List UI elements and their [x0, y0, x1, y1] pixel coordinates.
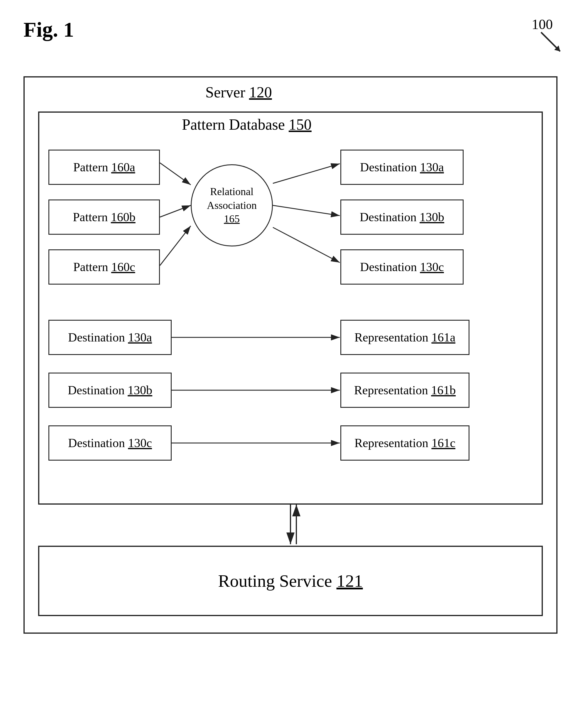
pattern-box-a: Pattern 160a [48, 150, 160, 185]
destination-box-a-top: Destination 130a [340, 150, 464, 185]
destination-box-c-top: Destination 130c [340, 249, 464, 284]
destination-box-c-bot: Destination 130c [48, 425, 172, 461]
pattern-db-label: Pattern Database 150 [182, 116, 312, 133]
destination-box-b-top: Destination 130b [340, 199, 464, 235]
relational-association-circle: Relational Association 165 [191, 164, 273, 247]
routing-service-box: Routing Service 121 [38, 546, 543, 616]
pattern-box-c: Pattern 160c [48, 249, 160, 284]
destination-box-b-bot: Destination 130b [48, 373, 172, 408]
server-label: Server 120 [205, 84, 272, 101]
representation-box-a: Representation 161a [340, 320, 469, 355]
destination-box-a-bot: Destination 130a [48, 320, 172, 355]
pattern-box-b: Pattern 160b [48, 199, 160, 235]
fig-title: Fig. 1 [23, 18, 74, 42]
representation-box-c: Representation 161c [340, 425, 469, 461]
ref-arrow-icon [538, 29, 565, 56]
representation-box-b: Representation 161b [340, 373, 469, 408]
